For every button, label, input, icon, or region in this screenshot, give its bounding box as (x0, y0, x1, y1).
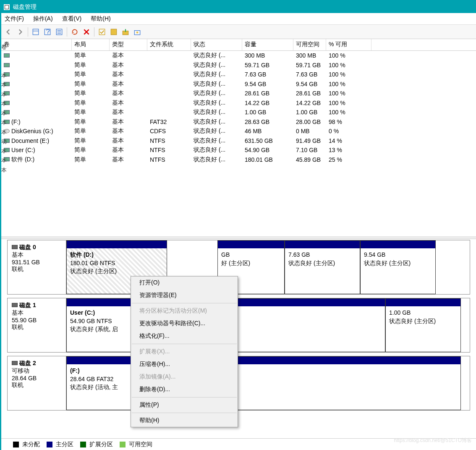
ctx-mark-active: 将分区标记为活动分区(M) (131, 305, 238, 317)
back-button[interactable] (3, 26, 14, 37)
col-status[interactable]: 状态 (191, 39, 242, 50)
yellow-panel-icon[interactable] (108, 26, 119, 37)
partition[interactable]: 9.54 GB状态良好 (主分区) (360, 240, 436, 294)
toolbar: ? (1, 25, 476, 39)
detail-pane-icon[interactable] (30, 26, 41, 37)
legend-primary-swatch (47, 442, 52, 447)
disk-1: 磁盘 1 基本55.90 GB联机 User (C:)54.90 GB NTFS… (7, 298, 470, 353)
table-row[interactable]: 简单基本 状态良好 (...9.54 GB9.54 GB100 % (1, 79, 476, 89)
disk-icon (12, 361, 18, 365)
svg-point-12 (136, 31, 139, 33)
table-row[interactable]: 简单基本 状态良好 (...1.00 GB1.00 GB100 % (1, 108, 476, 117)
ctx-format[interactable]: 格式化(F)... (131, 330, 238, 342)
table-row[interactable]: (F:) 简单基本FAT32 状态良好 (...28.63 GB28.00 GB… (1, 117, 476, 127)
attach-icon[interactable] (120, 26, 131, 37)
legend-free: 可用空间 (129, 441, 152, 448)
col-volume[interactable]: 卷 (1, 39, 72, 50)
table-row[interactable]: 简单基本 状态良好 (...28.61 GB28.61 GB100 % (1, 89, 476, 98)
window-title: 磁盘管理 (13, 3, 37, 11)
table-row[interactable]: 简单基本 状态良好 (...59.71 GB59.71 GB100 % (1, 61, 476, 70)
partition[interactable]: 7.63 GB状态良好 (主分区) (285, 240, 360, 294)
ctx-open[interactable]: 打开(O) (131, 276, 238, 289)
disk-icon (12, 303, 18, 307)
ctx-change-letter[interactable]: 更改驱动器号和路径(C)... (131, 317, 238, 330)
disk-header[interactable]: 磁盘 1 基本55.90 GB联机 (8, 298, 66, 352)
legend-unalloc-swatch (13, 442, 19, 447)
col-layout[interactable]: 布局 (72, 39, 110, 50)
watermark: https://blog.csdn.net/@51CTO博客 (394, 437, 472, 444)
ctx-properties[interactable]: 属性(P) (131, 399, 238, 411)
properties-icon[interactable] (54, 26, 65, 37)
table-row[interactable]: Document (E:) 简单基本NTFS 状态良好 (...631.50 G… (1, 136, 476, 146)
disk-header[interactable]: 磁盘 2 可移动28.64 GB联机 (8, 356, 66, 410)
titlebar[interactable]: 磁盘管理 (1, 1, 476, 13)
table-row[interactable]: 简单基本 状态良好 (...300 MB300 MB100 % (1, 51, 476, 61)
col-type[interactable]: 类型 (110, 39, 147, 50)
col-fs[interactable]: 文件系统 (147, 39, 191, 50)
partition[interactable]: (F:)28.64 GB FAT32状态良好 (活动, 主 (66, 356, 461, 410)
col-capacity[interactable]: 容量 (242, 39, 293, 50)
svg-text:?: ? (46, 28, 50, 35)
forward-button[interactable] (15, 26, 26, 37)
ctx-extend: 扩展卷(X)... (131, 345, 238, 358)
menu-action[interactable]: 操作(A) (33, 15, 53, 23)
ctx-mirror: 添加镜像(A)... (131, 371, 238, 383)
legend-free-swatch (120, 442, 126, 447)
menu-help[interactable]: 帮助(H) (91, 15, 110, 23)
refresh-icon[interactable] (69, 26, 80, 37)
disk-icon (12, 245, 18, 249)
table-row[interactable]: 软件 (D:) 简单基本NTFS 状态良好 (...180.01 GB45.89… (1, 155, 476, 165)
delete-icon[interactable] (81, 26, 92, 37)
ctx-explorer[interactable]: 资源管理器(E) (131, 289, 238, 302)
disk-wizard-icon[interactable] (132, 26, 143, 37)
table-row[interactable]: DiskGenius (G:) 简单基本CDFS 状态良好 (...46 MB0… (1, 126, 476, 136)
svg-rect-9 (111, 29, 117, 35)
menubar: 文件(F) 操作(A) 查看(V) 帮助(H) (1, 13, 476, 25)
legend-primary: 主分区 (56, 441, 73, 448)
col-free[interactable]: 可用空间 (293, 39, 326, 50)
table-row[interactable]: User (C:) 简单基本NTFS 状态良好 (...54.90 GB7.10… (1, 145, 476, 155)
truncated-left-strip: 卷本本本本本本本动本本本 (1, 43, 6, 421)
legend-ext-swatch (80, 442, 86, 447)
ctx-delete[interactable]: 删除卷(D)... (131, 383, 238, 396)
menu-file[interactable]: 文件(F) (5, 15, 24, 23)
app-icon (4, 4, 10, 10)
ctx-help[interactable]: 帮助(H) (131, 414, 238, 427)
ctx-shrink[interactable]: 压缩卷(H)... (131, 358, 238, 371)
svg-rect-0 (33, 29, 39, 35)
table-row[interactable]: 简单基本 状态良好 (...7.63 GB7.63 GB100 % (1, 70, 476, 79)
partition[interactable]: 1.00 GB状态良好 (主分区) (385, 298, 461, 352)
svg-rect-8 (99, 29, 105, 35)
volume-list[interactable]: 卷 布局 类型 文件系统 状态 容量 可用空间 % 可用 简单基本 状态良好 (… (1, 39, 476, 237)
disk-2: 磁盘 2 可移动28.64 GB联机 (F:)28.64 GB FAT32状态良… (7, 356, 470, 411)
volume-list-header: 卷 布局 类型 文件系统 状态 容量 可用空间 % 可用 (1, 39, 476, 51)
context-menu: 打开(O) 资源管理器(E) 将分区标记为活动分区(M) 更改驱动器号和路径(C… (131, 276, 238, 427)
disk-0: 磁盘 0 基本931.51 GB联机 软件 (D:)180.01 GB NTFS… (7, 240, 470, 295)
disk-map-pane: 磁盘 0 基本931.51 GB联机 软件 (D:)180.01 GB NTFS… (1, 239, 476, 438)
legend-ext: 扩展分区 (89, 441, 113, 448)
check-icon[interactable] (97, 26, 107, 37)
col-pct[interactable]: % 可用 (326, 39, 371, 50)
menu-view[interactable]: 查看(V) (62, 15, 82, 23)
disk-header[interactable]: 磁盘 0 基本931.51 GB联机 (8, 240, 66, 294)
help-icon[interactable]: ? (42, 26, 53, 37)
legend-unalloc: 未分配 (22, 441, 40, 448)
disk-management-window: 磁盘管理 文件(F) 操作(A) 查看(V) 帮助(H) ? 卷 布局 类型 文… (0, 0, 476, 450)
table-row[interactable]: 简单基本 状态良好 (...14.22 GB14.22 GB100 % (1, 98, 476, 108)
